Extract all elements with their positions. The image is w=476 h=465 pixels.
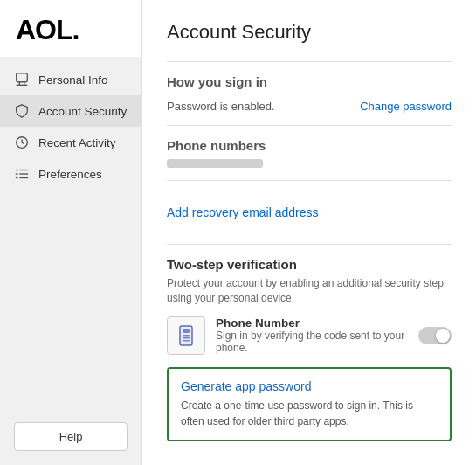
sidebar-item-preferences[interactable]: Preferences <box>0 158 141 190</box>
two-step-section: Two-step verification Protect your accou… <box>167 257 452 355</box>
person-icon <box>14 72 30 87</box>
phone-icon-box <box>167 316 205 355</box>
phone-verify-title: Phone Number <box>216 316 408 330</box>
svg-rect-13 <box>183 335 190 337</box>
phone-verification-row: Phone Number Sign in by verifying the co… <box>167 316 452 355</box>
help-button[interactable]: Help <box>14 422 128 451</box>
clock-icon <box>14 135 30 150</box>
divider-4 <box>167 244 452 245</box>
phone-bar-redacted <box>167 159 263 168</box>
divider-2 <box>167 125 452 126</box>
divider-1 <box>167 61 452 62</box>
phone-section: Phone numbers <box>167 138 452 168</box>
svg-rect-0 <box>17 73 28 82</box>
svg-rect-14 <box>183 337 190 339</box>
sign-in-section-header: How you sign in <box>167 74 452 96</box>
password-status: Password is enabled. <box>167 100 275 113</box>
nav-items: Personal Info Account Security Recent Ac… <box>0 57 141 408</box>
sign-in-section-row: Password is enabled. Change password <box>167 100 452 113</box>
main-content: Account Security How you sign in Passwor… <box>142 0 476 465</box>
list-icon <box>14 166 30 182</box>
phone-numbers-title: Phone numbers <box>167 138 266 153</box>
sign-in-title: How you sign in <box>167 74 267 89</box>
two-step-desc: Protect your account by enabling an addi… <box>167 276 452 306</box>
logo: AOL. <box>16 14 126 46</box>
help-button-area: Help <box>0 408 141 465</box>
sidebar-item-label-personal-info: Personal Info <box>38 73 108 87</box>
app-password-title[interactable]: Generate app password <box>181 379 438 393</box>
phone-verify-desc: Sign in by verifying the code sent to yo… <box>216 330 408 354</box>
shield-icon <box>14 103 30 119</box>
add-recovery-email-link[interactable]: Add recovery email address <box>167 205 319 219</box>
sidebar-item-recent-activity[interactable]: Recent Activity <box>0 127 141 158</box>
phone-verify-info: Phone Number Sign in by verifying the co… <box>216 316 408 354</box>
sidebar-item-personal-info[interactable]: Personal Info <box>0 64 141 95</box>
svg-rect-15 <box>183 340 190 342</box>
sidebar-item-label-preferences: Preferences <box>38 168 102 181</box>
app-password-box: Generate app password Create a one-time … <box>167 367 452 441</box>
sidebar-item-label-account-security: Account Security <box>38 105 127 118</box>
two-step-toggle[interactable] <box>418 327 452 344</box>
sidebar: AOL. Personal Info Account Security <box>0 0 142 465</box>
sidebar-item-account-security[interactable]: Account Security <box>0 95 141 127</box>
sidebar-item-label-recent-activity: Recent Activity <box>38 136 116 149</box>
page-title: Account Security <box>167 21 452 44</box>
two-step-title: Two-step verification <box>167 257 452 272</box>
change-password-link[interactable]: Change password <box>360 100 452 113</box>
logo-area: AOL. <box>0 0 141 57</box>
app-password-desc: Create a one-time use password to sign i… <box>181 398 438 429</box>
phone-device-icon <box>174 323 198 348</box>
svg-rect-12 <box>183 329 190 333</box>
divider-3 <box>167 180 452 181</box>
